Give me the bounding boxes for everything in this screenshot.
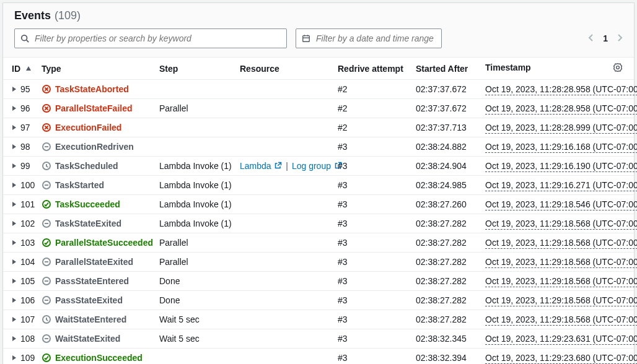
- event-count: (109): [55, 9, 81, 22]
- row-started-after: 02:38:32.394: [411, 349, 480, 365]
- expand-icon[interactable]: [12, 103, 17, 113]
- table-row: 107WaitStateEnteredWait 5 sec#302:38:27.…: [3, 310, 634, 329]
- col-resource[interactable]: Resource: [235, 58, 333, 80]
- row-type: TaskScheduled: [55, 161, 118, 171]
- table-row: 96ParallelStateFailedParallel#202:37:37.…: [3, 99, 634, 118]
- row-type: ExecutionFailed: [55, 123, 121, 132]
- row-redrive: #2: [333, 99, 411, 118]
- row-timestamp[interactable]: Oct 19, 2023, 11:29:16.168 (UTC-07:00): [485, 142, 637, 153]
- row-timestamp[interactable]: Oct 19, 2023, 11:29:18.568 (UTC-07:00): [485, 219, 637, 230]
- row-step: [154, 80, 235, 99]
- row-started-after: 02:37:37.672: [411, 80, 480, 99]
- row-started-after: 02:38:24.882: [411, 137, 480, 157]
- resource-link-logs[interactable]: Log group: [292, 161, 342, 171]
- expand-icon[interactable]: [12, 219, 17, 228]
- expand-icon[interactable]: [12, 238, 17, 248]
- row-redrive: #3: [333, 233, 411, 253]
- table-row: 100TaskStartedLambda Invoke (1)#302:38:2…: [3, 176, 634, 195]
- row-timestamp[interactable]: Oct 19, 2023, 11:29:16.190 (UTC-07:00): [485, 161, 637, 172]
- expand-icon[interactable]: [12, 161, 17, 171]
- svg-rect-2: [303, 36, 310, 42]
- table-row: 105PassStateEnteredDone#302:38:27.282Oct…: [3, 272, 634, 291]
- pager-prev[interactable]: [588, 33, 594, 44]
- row-timestamp[interactable]: Oct 19, 2023, 11:29:18.568 (UTC-07:00): [485, 276, 637, 287]
- row-timestamp[interactable]: Oct 19, 2023, 11:28:28.958 (UTC-07:00): [485, 103, 637, 115]
- status-success-icon: [42, 353, 51, 363]
- row-step: Wait 5 sec: [154, 329, 235, 349]
- sort-asc-icon: [25, 64, 32, 74]
- status-neutral-icon: [42, 180, 51, 190]
- row-redrive: #3: [333, 157, 411, 176]
- row-id: 97: [20, 123, 30, 132]
- filter-props-input[interactable]: [14, 28, 287, 48]
- expand-icon[interactable]: [12, 142, 17, 152]
- row-timestamp[interactable]: Oct 19, 2023, 11:29:18.546 (UTC-07:00): [485, 199, 637, 210]
- row-started-after: 02:38:27.282: [411, 214, 480, 233]
- row-redrive: #3: [333, 253, 411, 272]
- row-timestamp[interactable]: Oct 19, 2023, 11:29:23.631 (UTC-07:00): [485, 334, 637, 345]
- expand-icon[interactable]: [12, 257, 17, 267]
- expand-icon[interactable]: [12, 84, 17, 94]
- pager-next[interactable]: [617, 33, 623, 44]
- events-table: ID Type Step Resource Redrive attempt St…: [3, 58, 634, 364]
- filter-date-wrap: [296, 28, 442, 48]
- resource-link-primary[interactable]: Lambda: [240, 161, 282, 171]
- row-timestamp[interactable]: Oct 19, 2023, 11:29:18.568 (UTC-07:00): [485, 257, 637, 268]
- row-id: 109: [20, 353, 35, 363]
- row-timestamp[interactable]: Oct 19, 2023, 11:29:23.680 (UTC-07:00): [485, 353, 637, 364]
- col-started[interactable]: Started After: [411, 58, 480, 80]
- row-timestamp[interactable]: Oct 19, 2023, 11:29:16.271 (UTC-07:00): [485, 180, 637, 191]
- row-type: TaskSucceeded: [55, 199, 120, 209]
- row-id: 107: [20, 314, 35, 324]
- status-neutral-icon: [42, 295, 51, 305]
- svg-marker-33: [12, 221, 16, 226]
- expand-icon[interactable]: [12, 295, 17, 305]
- col-step[interactable]: Step: [154, 58, 235, 80]
- expand-icon[interactable]: [12, 314, 17, 324]
- row-timestamp[interactable]: Oct 19, 2023, 11:28:28.999 (UTC-07:00): [485, 123, 637, 134]
- expand-icon[interactable]: [12, 334, 17, 344]
- row-type: ParallelStateFailed: [55, 103, 133, 113]
- col-timestamp[interactable]: Timestamp: [480, 58, 634, 80]
- svg-marker-21: [12, 144, 16, 149]
- status-neutral-icon: [42, 219, 51, 228]
- svg-marker-52: [12, 355, 16, 360]
- svg-point-0: [22, 35, 27, 41]
- row-step: Parallel: [154, 253, 235, 272]
- row-redrive: #2: [333, 118, 411, 137]
- expand-icon[interactable]: [12, 276, 17, 286]
- search-icon: [20, 34, 29, 43]
- row-redrive: #3: [333, 291, 411, 310]
- settings-icon[interactable]: [613, 64, 623, 74]
- row-timestamp[interactable]: Oct 19, 2023, 11:29:18.568 (UTC-07:00): [485, 314, 637, 326]
- col-id[interactable]: ID: [3, 58, 37, 80]
- table-row: 109ExecutionSucceeded#302:38:32.394Oct 1…: [3, 349, 634, 365]
- svg-marker-9: [12, 87, 16, 92]
- row-timestamp[interactable]: Oct 19, 2023, 11:28:28.958 (UTC-07:00): [485, 84, 637, 95]
- row-timestamp[interactable]: Oct 19, 2023, 11:29:18.568 (UTC-07:00): [485, 295, 637, 306]
- svg-point-8: [617, 66, 620, 69]
- row-started-after: 02:38:27.282: [411, 233, 480, 253]
- expand-icon[interactable]: [12, 123, 17, 132]
- row-step: [154, 137, 235, 157]
- expand-icon[interactable]: [12, 180, 17, 190]
- row-timestamp[interactable]: Oct 19, 2023, 11:29:18.568 (UTC-07:00): [485, 238, 637, 249]
- row-started-after: 02:38:27.282: [411, 310, 480, 329]
- status-neutral-icon: [42, 334, 51, 344]
- expand-icon[interactable]: [12, 199, 17, 209]
- filter-date-input[interactable]: [296, 28, 442, 48]
- col-redrive[interactable]: Redrive attempt: [333, 58, 411, 80]
- row-started-after: 02:38:27.282: [411, 253, 480, 272]
- row-started-after: 02:38:32.345: [411, 329, 480, 349]
- col-type[interactable]: Type: [37, 58, 154, 80]
- row-started-after: 02:37:37.713: [411, 118, 480, 137]
- svg-marker-44: [12, 298, 16, 303]
- row-redrive: #3: [333, 349, 411, 365]
- expand-icon[interactable]: [12, 353, 17, 363]
- row-started-after: 02:38:27.282: [411, 272, 480, 291]
- row-step: Parallel: [154, 233, 235, 253]
- row-started-after: 02:38:24.985: [411, 176, 480, 195]
- row-id: 102: [20, 219, 35, 228]
- row-redrive: #3: [333, 329, 411, 349]
- svg-marker-28: [12, 183, 16, 188]
